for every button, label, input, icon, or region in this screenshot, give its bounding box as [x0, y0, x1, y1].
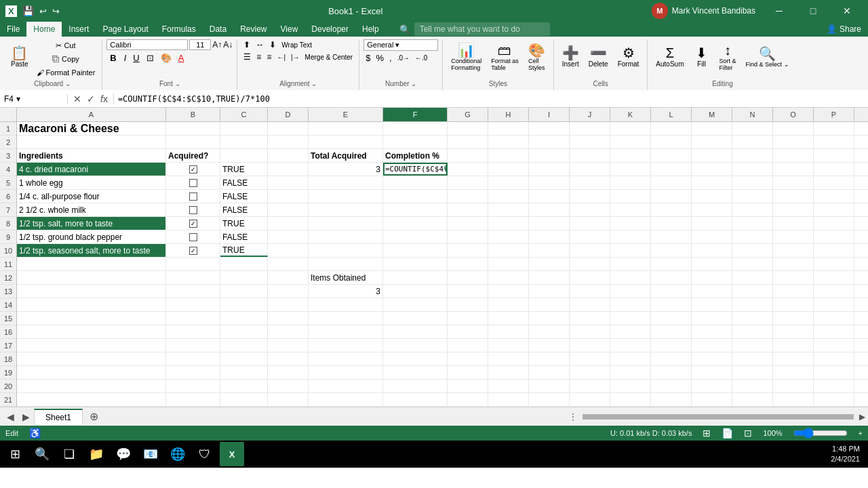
- cell-C4[interactable]: TRUE: [220, 163, 268, 176]
- paste-button[interactable]: 📋 Paste: [7, 39, 33, 75]
- cell-O20[interactable]: [773, 380, 814, 392]
- cell-P7[interactable]: [814, 203, 854, 216]
- cell-I10[interactable]: [529, 244, 570, 257]
- cell-L14[interactable]: [651, 298, 692, 311]
- cell-G20[interactable]: [448, 380, 488, 392]
- find-select-button[interactable]: 🔍 Find & Select ⌄: [742, 39, 793, 75]
- row-header-9[interactable]: 9: [0, 230, 16, 244]
- cell-B6[interactable]: [166, 190, 220, 203]
- cell-B14[interactable]: [166, 298, 220, 311]
- row-header-15[interactable]: 15: [0, 312, 16, 325]
- view-page-layout-icon[interactable]: 📄: [722, 428, 733, 439]
- cell-P13[interactable]: [814, 285, 854, 298]
- cell-I3[interactable]: [529, 149, 570, 162]
- cell-B5[interactable]: [166, 176, 220, 189]
- currency-icon[interactable]: $: [363, 52, 372, 64]
- cell-J21[interactable]: [570, 393, 610, 406]
- cell-P12[interactable]: [814, 271, 854, 284]
- cell-F2[interactable]: [383, 136, 448, 148]
- checkbox-B4[interactable]: ✓: [189, 165, 197, 174]
- cell-J8[interactable]: [570, 217, 610, 230]
- tab-help[interactable]: Help: [355, 22, 386, 37]
- cell-K13[interactable]: [610, 285, 651, 298]
- cell-D3[interactable]: [268, 149, 309, 162]
- align-top-icon[interactable]: ⬆: [241, 39, 252, 50]
- cell-F10[interactable]: [383, 244, 448, 257]
- cell-C20[interactable]: [220, 380, 268, 392]
- cell-D16[interactable]: [268, 325, 309, 338]
- cell-H20[interactable]: [488, 380, 529, 392]
- cell-G4[interactable]: [448, 163, 488, 176]
- cell-P21[interactable]: [814, 393, 854, 406]
- cell-K8[interactable]: [610, 217, 651, 230]
- file-explorer-button[interactable]: 📁: [84, 442, 108, 466]
- cell-E15[interactable]: [309, 312, 383, 325]
- cell-N7[interactable]: [732, 203, 773, 216]
- cell-G2[interactable]: [448, 136, 488, 148]
- cell-N10[interactable]: [732, 244, 773, 257]
- cell-I5[interactable]: [529, 176, 570, 189]
- cell-N12[interactable]: [732, 271, 773, 284]
- cell-I4[interactable]: [529, 163, 570, 176]
- number-format-selector[interactable]: General ▾: [363, 39, 438, 51]
- formula-input[interactable]: =COUNTIF($C$4:$C$10,TRUE)/7*100: [114, 94, 868, 104]
- cell-D15[interactable]: [268, 312, 309, 325]
- cell-A17[interactable]: [17, 339, 166, 352]
- cell-C1[interactable]: [220, 122, 268, 135]
- cell-A8[interactable]: 1/2 tsp. salt, more to taste: [17, 217, 166, 230]
- cell-E2[interactable]: [309, 136, 383, 148]
- cell-F17[interactable]: [383, 339, 448, 352]
- row-header-6[interactable]: 6: [0, 190, 16, 203]
- cell-E11[interactable]: [309, 258, 383, 270]
- cell-M1[interactable]: [692, 122, 732, 135]
- cell-F9[interactable]: [383, 230, 448, 243]
- cell-P2[interactable]: [814, 136, 854, 148]
- cell-H11[interactable]: [488, 258, 529, 270]
- name-box[interactable]: F4 ▾: [0, 94, 68, 104]
- cell-C13[interactable]: [220, 285, 268, 298]
- cell-K5[interactable]: [610, 176, 651, 189]
- cell-D14[interactable]: [268, 298, 309, 311]
- cell-H12[interactable]: [488, 271, 529, 284]
- cell-F15[interactable]: [383, 312, 448, 325]
- tab-insert[interactable]: Insert: [62, 22, 96, 37]
- cell-N17[interactable]: [732, 339, 773, 352]
- cell-O17[interactable]: [773, 339, 814, 352]
- cell-B16[interactable]: [166, 325, 220, 338]
- cell-F13[interactable]: [383, 285, 448, 298]
- cell-M12[interactable]: [692, 271, 732, 284]
- col-header-N[interactable]: N: [732, 108, 773, 121]
- cell-F1[interactable]: [383, 122, 448, 135]
- percent-icon[interactable]: %: [374, 52, 386, 64]
- cell-K10[interactable]: [610, 244, 651, 257]
- cell-E8[interactable]: [309, 217, 383, 230]
- underline-button[interactable]: U: [130, 52, 142, 64]
- cell-N6[interactable]: [732, 190, 773, 203]
- cell-L10[interactable]: [651, 244, 692, 257]
- quick-redo-icon[interactable]: ↪: [52, 6, 60, 16]
- cell-F4[interactable]: =COUNTIF($C$4:$C$10,TRUE)/7*100: [383, 163, 448, 176]
- cell-E13[interactable]: 3: [309, 285, 383, 298]
- cell-M7[interactable]: [692, 203, 732, 216]
- cell-G15[interactable]: [448, 312, 488, 325]
- cell-J18[interactable]: [570, 352, 610, 365]
- decrease-font-icon[interactable]: A↓: [223, 40, 233, 49]
- col-header-G[interactable]: G: [448, 108, 488, 121]
- cell-L8[interactable]: [651, 217, 692, 230]
- col-header-J[interactable]: J: [570, 108, 610, 121]
- cell-H10[interactable]: [488, 244, 529, 257]
- wrap-text-button[interactable]: Wrap Text: [279, 41, 314, 49]
- fill-button[interactable]: ⬇ Fill: [689, 39, 713, 75]
- cell-C17[interactable]: [220, 339, 268, 352]
- cell-H18[interactable]: [488, 352, 529, 365]
- checkbox-B6[interactable]: [189, 192, 197, 201]
- tab-review[interactable]: Review: [233, 22, 273, 37]
- cell-C21[interactable]: [220, 393, 268, 406]
- decimal-increase-icon[interactable]: .0→: [395, 54, 412, 62]
- cell-N3[interactable]: [732, 149, 773, 162]
- cell-I2[interactable]: [529, 136, 570, 148]
- delete-button[interactable]: ➖ Delete: [585, 39, 612, 75]
- cell-M8[interactable]: [692, 217, 732, 230]
- cell-P8[interactable]: [814, 217, 854, 230]
- row-header-8[interactable]: 8: [0, 217, 16, 230]
